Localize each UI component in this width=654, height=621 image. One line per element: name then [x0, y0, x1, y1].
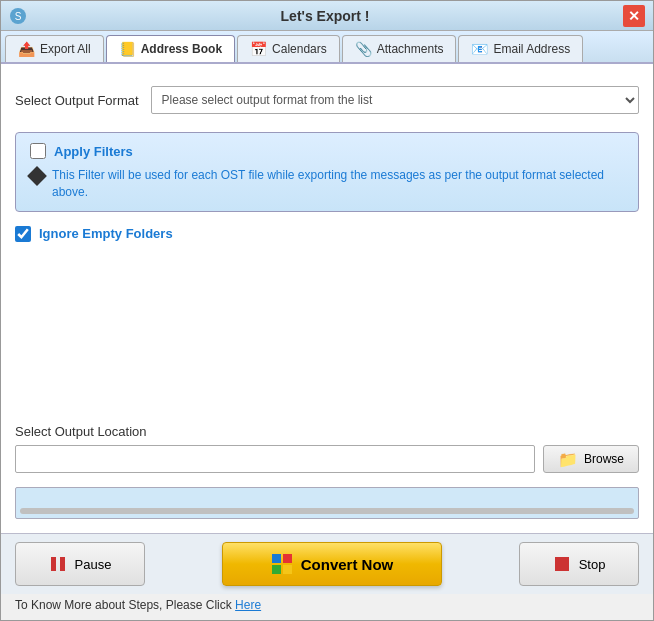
tab-calendars-label: Calendars — [272, 42, 327, 56]
format-row: Select Output Format Please select outpu… — [15, 78, 639, 122]
tab-export-all-label: Export All — [40, 42, 91, 56]
tab-calendars[interactable]: 📅 Calendars — [237, 35, 340, 62]
tab-email-address-label: Email Address — [493, 42, 570, 56]
progress-bar — [20, 508, 634, 514]
convert-now-button[interactable]: Convert Now — [222, 542, 442, 586]
pause-label: Pause — [75, 557, 112, 572]
ignore-empty-folders-checkbox[interactable] — [15, 226, 31, 242]
export-all-icon: 📤 — [18, 41, 35, 57]
convert-icon — [271, 553, 293, 575]
main-window: S Let's Export ! ✕ 📤 Export All 📒 Addres… — [0, 0, 654, 621]
tab-export-all[interactable]: 📤 Export All — [5, 35, 104, 62]
output-row: 📁 Browse — [15, 445, 639, 473]
diamond-icon — [27, 166, 47, 186]
close-button[interactable]: ✕ — [623, 5, 645, 27]
svg-rect-6 — [272, 565, 281, 574]
filter-info-text: This Filter will be used for each OST fi… — [52, 167, 624, 201]
tab-bar: 📤 Export All 📒 Address Book 📅 Calendars … — [1, 31, 653, 64]
apply-filters-checkbox[interactable] — [30, 143, 46, 159]
email-address-icon: 📧 — [471, 41, 488, 57]
convert-label: Convert Now — [301, 556, 394, 573]
browse-button[interactable]: 📁 Browse — [543, 445, 639, 473]
filter-checkbox-row: Apply Filters — [30, 143, 624, 159]
bottom-bar: Pause Convert Now Stop — [1, 533, 653, 594]
svg-rect-5 — [283, 554, 292, 563]
tab-address-book-label: Address Book — [141, 42, 222, 56]
svg-rect-3 — [60, 557, 65, 571]
output-section: Select Output Location 📁 Browse — [15, 424, 639, 477]
app-icon: S — [9, 7, 27, 25]
filter-section: Apply Filters This Filter will be used f… — [15, 132, 639, 212]
apply-filters-label: Apply Filters — [54, 144, 133, 159]
window-title: Let's Export ! — [27, 8, 623, 24]
filter-info-row: This Filter will be used for each OST fi… — [30, 167, 624, 201]
stop-label: Stop — [579, 557, 606, 572]
ignore-empty-folders-row: Ignore Empty Folders — [15, 222, 639, 246]
svg-text:S: S — [15, 11, 22, 22]
pause-button[interactable]: Pause — [15, 542, 145, 586]
main-content: Select Output Format Please select outpu… — [1, 64, 653, 533]
footer: To Know More about Steps, Please Click H… — [1, 594, 653, 620]
footer-link[interactable]: Here — [235, 598, 261, 612]
ignore-empty-folders-label: Ignore Empty Folders — [39, 226, 173, 241]
spacer — [15, 256, 639, 414]
browse-label: Browse — [584, 452, 624, 466]
output-label: Select Output Location — [15, 424, 639, 439]
attachments-icon: 📎 — [355, 41, 372, 57]
stop-button[interactable]: Stop — [519, 542, 639, 586]
calendars-icon: 📅 — [250, 41, 267, 57]
title-bar: S Let's Export ! ✕ — [1, 1, 653, 31]
progress-bar-section — [15, 487, 639, 519]
svg-rect-4 — [272, 554, 281, 563]
tab-address-book[interactable]: 📒 Address Book — [106, 35, 235, 62]
format-select[interactable]: Please select output format from the lis… — [151, 86, 639, 114]
svg-rect-2 — [51, 557, 56, 571]
stop-icon — [553, 555, 571, 573]
tab-attachments[interactable]: 📎 Attachments — [342, 35, 457, 62]
footer-text: To Know More about Steps, Please Click — [15, 598, 235, 612]
browse-folder-icon: 📁 — [558, 450, 578, 469]
format-label: Select Output Format — [15, 93, 139, 108]
tab-email-address[interactable]: 📧 Email Address — [458, 35, 583, 62]
output-path-input[interactable] — [15, 445, 535, 473]
address-book-icon: 📒 — [119, 41, 136, 57]
tab-attachments-label: Attachments — [377, 42, 444, 56]
svg-rect-7 — [283, 565, 292, 574]
svg-rect-8 — [555, 557, 569, 571]
pause-icon — [49, 555, 67, 573]
